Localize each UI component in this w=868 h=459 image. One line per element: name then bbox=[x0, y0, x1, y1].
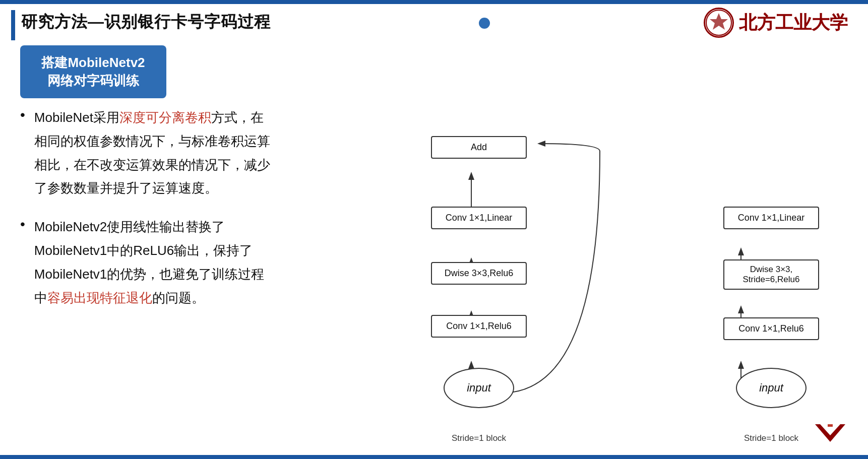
bullet-dot-2: • bbox=[20, 216, 25, 232]
input-label-left: input bbox=[444, 368, 514, 408]
bottom-bar bbox=[0, 455, 868, 459]
bullet-text-1: MobileNet采用深度可分离卷积方式，在 相同的权值参数情况下，与标准卷积运… bbox=[34, 106, 270, 200]
left-caption: Stride=1 block bbox=[423, 433, 534, 443]
method-badge: 搭建MobileNetv2 网络对字码训练 bbox=[20, 45, 166, 98]
vr-logo bbox=[810, 419, 850, 446]
dwise-stride-box-right: Dwise 3×3,Stride=6,Relu6 bbox=[716, 259, 827, 290]
input-label-right: input bbox=[736, 368, 807, 408]
highlight-depthwise: 深度可分离卷积 bbox=[119, 110, 211, 125]
bullet-1: • MobileNet采用深度可分离卷积方式，在 相同的权值参数情况下，与标准卷… bbox=[20, 106, 363, 200]
badge-line2: 网络对字码训练 bbox=[47, 73, 139, 88]
svg-marker-1 bbox=[710, 13, 728, 30]
conv-linear-label-left: Conv 1×1,Linear bbox=[431, 207, 527, 229]
add-label: Add bbox=[431, 136, 527, 159]
bullet-text-2: MobileNetv2使用线性输出替换了 MobileNetv1中的ReLU6输… bbox=[34, 215, 265, 309]
svg-rect-10 bbox=[828, 424, 833, 427]
top-bar bbox=[0, 0, 868, 4]
slide: 研究方法—识别银行卡号字码过程 北方工业大学 搭建MobileNetv2 网络对… bbox=[0, 0, 868, 459]
dwise-box-left: Dwise 3×3,Relu6 bbox=[423, 262, 534, 285]
blue-dot-decoration bbox=[479, 18, 490, 29]
input-ellipse-right: input bbox=[716, 368, 827, 408]
highlight-degeneration: 容易出现特征退化 bbox=[47, 290, 152, 305]
conv-linear-box-right: Conv 1×1,Linear bbox=[716, 207, 827, 229]
university-logo: 北方工业大学 bbox=[704, 8, 848, 38]
conv-relu6-box-left: Conv 1×1,Relu6 bbox=[423, 315, 534, 338]
badge-line1: 搭建MobileNetv2 bbox=[41, 55, 145, 70]
conv-linear-label-right: Conv 1×1,Linear bbox=[723, 207, 819, 229]
bullet-dot-1: • bbox=[20, 107, 25, 123]
left-accent-bar bbox=[11, 10, 15, 40]
conv-relu6-label-right: Conv 1×1,Relu6 bbox=[723, 317, 819, 340]
spacer-1 bbox=[20, 200, 363, 215]
conv-relu6-label-left: Conv 1×1,Relu6 bbox=[431, 315, 527, 338]
add-box: Add bbox=[423, 136, 534, 159]
conv-relu6-box-right: Conv 1×1,Relu6 bbox=[716, 317, 827, 340]
page-title: 研究方法—识别银行卡号字码过程 bbox=[21, 11, 271, 33]
dwise-label-left: Dwise 3×3,Relu6 bbox=[431, 262, 527, 285]
svg-marker-9 bbox=[815, 424, 845, 442]
content-area: • MobileNet采用深度可分离卷积方式，在 相同的权值参数情况下，与标准卷… bbox=[20, 106, 363, 309]
dwise-stride-label-right: Dwise 3×3,Stride=6,Relu6 bbox=[723, 259, 819, 290]
diagram-area: Add Conv 1×1,Linear Dwise 3×3,Relu6 Conv… bbox=[383, 50, 837, 443]
input-ellipse-left: input bbox=[423, 368, 534, 408]
conv-linear-box-left: Conv 1×1,Linear bbox=[423, 207, 534, 229]
bullet-2: • MobileNetv2使用线性输出替换了 MobileNetv1中的ReLU… bbox=[20, 215, 363, 309]
logo-emblem bbox=[704, 8, 734, 38]
university-name: 北方工业大学 bbox=[739, 11, 848, 35]
